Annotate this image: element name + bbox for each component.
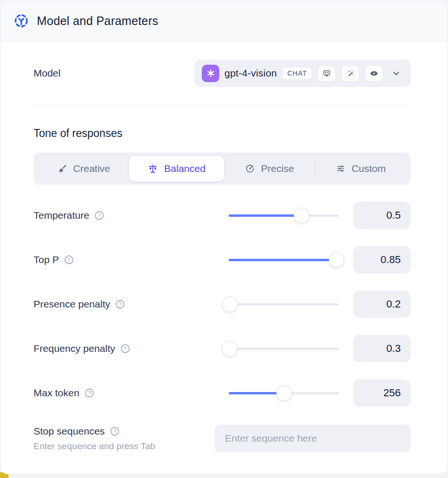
help-icon[interactable]: ? [64, 255, 74, 265]
help-icon[interactable]: ? [94, 210, 104, 221]
page-title: Model and Parameters [37, 14, 158, 28]
stop-sequences-labels: Stop sequences ? Enter sequence and pres… [34, 425, 215, 452]
model-row: Model gpt-4-vision CHAT [34, 60, 411, 87]
max-token-value[interactable]: 256 [353, 379, 411, 407]
card-body: Model gpt-4-vision CHAT [0, 60, 448, 452]
slider-thumb[interactable] [276, 385, 292, 401]
svg-text:?: ? [98, 213, 101, 218]
openai-logo [202, 65, 219, 82]
top-p-value[interactable]: 0.85 [353, 246, 411, 273]
frequency-penalty-row: Frequency penalty ? 0.3 [34, 335, 411, 362]
top-p-row: Top P ? 0.85 [34, 246, 411, 273]
help-icon[interactable]: ? [120, 343, 130, 354]
tone-section-title: Tone of responses [34, 127, 411, 140]
tone-option-precise[interactable]: Precise [224, 156, 315, 181]
card-header: Model and Parameters [0, 0, 448, 42]
svg-text:?: ? [68, 257, 70, 263]
balance-scale-icon [147, 163, 158, 174]
sliders-icon [336, 163, 346, 174]
target-icon [245, 163, 255, 174]
max-token-slider[interactable] [229, 385, 339, 401]
max-token-label: Max token ? [34, 387, 229, 399]
tone-segmented-control: Creative Balanced Prec [34, 153, 411, 185]
tone-option-label: Balanced [164, 163, 206, 174]
stop-sequences-hint: Enter sequence and press Tab [34, 441, 215, 452]
presence-penalty-value[interactable]: 0.2 [353, 290, 411, 318]
presence-penalty-slider[interactable] [229, 296, 339, 312]
tone-option-label: Creative [73, 163, 110, 174]
svg-text:?: ? [113, 428, 116, 434]
section-divider [34, 106, 411, 106]
vision-eye-icon [365, 65, 383, 82]
stop-sequences-row: Stop sequences ? Enter sequence and pres… [34, 425, 411, 452]
svg-text:?: ? [119, 301, 121, 307]
help-icon[interactable]: ? [84, 388, 95, 398]
frequency-penalty-label: Frequency penalty ? [34, 343, 229, 354]
chat-badge: CHAT [282, 67, 312, 80]
svg-text:?: ? [124, 346, 127, 351]
model-label: Model [34, 68, 60, 79]
chevron-down-icon [391, 68, 401, 78]
paintbrush-icon [57, 163, 68, 174]
max-token-row: Max token ? 256 [34, 379, 411, 407]
presence-penalty-row: Presence penalty ? 0.2 [34, 290, 411, 318]
presence-penalty-label: Presence penalty ? [34, 299, 229, 310]
top-p-slider[interactable] [229, 252, 339, 268]
help-icon[interactable]: ? [115, 299, 125, 309]
model-select[interactable]: gpt-4-vision CHAT [194, 60, 411, 87]
slider-thumb[interactable] [222, 341, 238, 357]
slider-thumb[interactable] [222, 297, 238, 312]
frequency-penalty-slider[interactable] [229, 341, 339, 357]
model-hub-icon [14, 13, 29, 28]
temperature-slider[interactable] [229, 207, 339, 223]
tone-option-custom[interactable]: Custom [315, 156, 406, 181]
tone-option-label: Custom [352, 163, 386, 174]
model-parameters-card: Model and Parameters Model gpt-4-vision … [0, 0, 448, 474]
slider-thumb[interactable] [293, 208, 309, 223]
top-p-label: Top P ? [34, 254, 229, 265]
model-parameters-panel: Model and Parameters Model gpt-4-vision … [0, 0, 448, 478]
temperature-label: Temperature ? [34, 210, 229, 221]
magic-wand-icon [341, 65, 360, 82]
tone-option-balanced[interactable]: Balanced [129, 156, 224, 181]
slider-thumb[interactable] [329, 252, 345, 268]
help-icon[interactable]: ? [110, 426, 120, 436]
frequency-penalty-value[interactable]: 0.3 [353, 335, 411, 362]
model-name: gpt-4-vision [224, 68, 277, 79]
temperature-value[interactable]: 0.5 [353, 202, 411, 229]
svg-text:?: ? [88, 390, 91, 396]
temperature-row: Temperature ? 0.5 [34, 202, 411, 229]
stop-sequences-label: Stop sequences ? [34, 426, 215, 437]
stop-sequence-input[interactable] [215, 425, 411, 452]
robot-icon [318, 65, 336, 82]
tone-option-label: Precise [261, 163, 294, 174]
tone-option-creative[interactable]: Creative [38, 156, 129, 181]
